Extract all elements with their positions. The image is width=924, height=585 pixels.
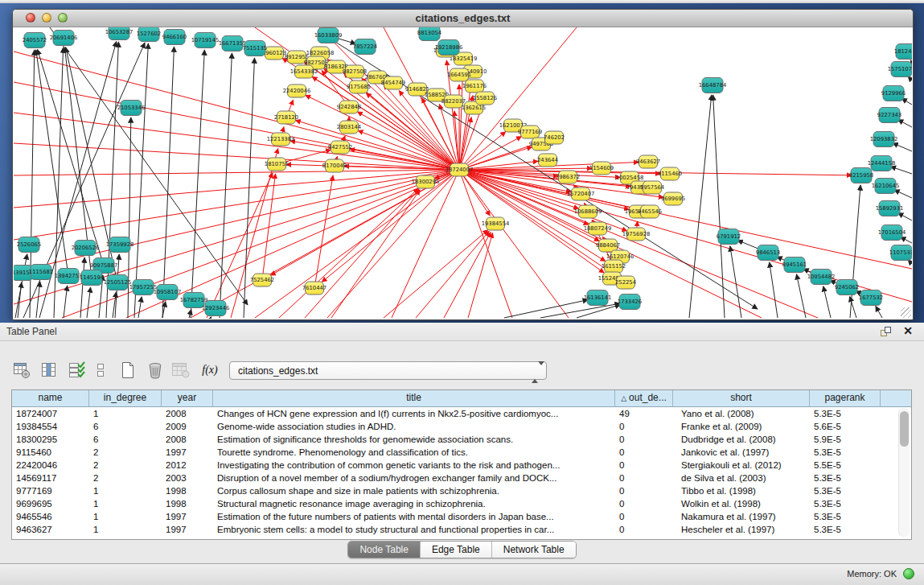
graph-node-yellow[interactable]: 9827508	[343, 65, 367, 78]
graph-node-teal[interactable]: 9466160	[162, 30, 187, 45]
column-header-title[interactable]: title	[213, 390, 615, 406]
window-titlebar[interactable]: citations_edges.txt	[13, 10, 913, 27]
graph-node-teal[interactable]: 9129966	[881, 86, 906, 101]
graph-node-yellow[interactable]: 1810755	[265, 158, 289, 171]
graph-node-yellow[interactable]: 8454749	[381, 76, 405, 89]
graph-node-teal[interactable]: 12923446	[202, 301, 230, 316]
table-row[interactable]: 946362711997Embryonic stem cells: a mode…	[12, 523, 911, 536]
column-header-out-degree[interactable]: △out_de...	[615, 390, 673, 406]
table-mode-icon[interactable]	[11, 360, 32, 381]
graph-node-teal[interactable]: 7857224	[353, 39, 377, 55]
graph-node-teal[interactable]: 12444158	[868, 156, 896, 171]
function-builder-icon[interactable]: f(x)	[199, 360, 220, 381]
graph-node-teal[interactable]: 1812463	[894, 44, 912, 60]
graph-node-yellow[interactable]: 12213383	[267, 133, 295, 146]
graph-node-teal[interactable]: 6791912	[717, 229, 741, 245]
graph-node-yellow[interactable]: 243644	[537, 154, 558, 167]
close-panel-icon[interactable]: ✕	[903, 324, 913, 337]
graph-node-yellow[interactable]: 9242848	[337, 101, 361, 113]
table-row[interactable]: 1456911722003Disruption of a novel membe…	[12, 472, 911, 484]
float-panel-icon[interactable]	[880, 326, 892, 338]
graph-node-teal[interactable]: 1107533	[889, 245, 912, 261]
graph-node-yellow[interactable]: 7525462	[250, 274, 274, 286]
graph-node-teal[interactable]: 15892931	[876, 201, 904, 216]
tab-network-table[interactable]: Network Table	[492, 542, 576, 558]
graph-node-yellow[interactable]: 2803144	[337, 121, 361, 134]
graph-node-teal[interactable]: 12505125	[104, 275, 132, 290]
graph-node-teal[interactable]: 10719145	[191, 33, 220, 48]
graph-node-teal[interactable]: 8945161	[782, 257, 807, 273]
table-row[interactable]: 946554611997Estimation of the future num…	[12, 510, 911, 523]
graph-node-teal[interactable]: 16210645	[872, 179, 900, 194]
table-row[interactable]: 1872400712008Changes of HCN gene express…	[12, 407, 911, 420]
graph-node-yellow[interactable]: 9115460	[658, 167, 682, 180]
table-row[interactable]: 1938455462009Genome-wide association stu…	[12, 420, 911, 433]
graph-node-yellow[interactable]: 19384554	[482, 217, 510, 230]
show-columns-icon[interactable]	[39, 360, 60, 381]
graph-node-teal[interactable]: 9245062	[835, 280, 859, 295]
graph-node-yellow[interactable]: 9699695	[661, 192, 685, 205]
graph-node-teal[interactable]: 10958107	[154, 285, 182, 300]
network-graph[interactable]: 1872400789601238912955182260589827503818…	[14, 27, 912, 319]
graph-node-teal[interactable]: 20691406	[50, 31, 78, 46]
graph-node-teal[interactable]: 8813054	[417, 27, 441, 41]
graph-node-yellow[interactable]: 1154609	[589, 162, 614, 175]
table-panel-header[interactable]: Table Panel ✕	[0, 323, 924, 341]
graph-node-yellow[interactable]: 1664591	[447, 68, 471, 81]
graph-node-yellow[interactable]: 9175685	[347, 80, 371, 93]
table-scrollbar-thumb[interactable]	[900, 411, 909, 447]
column-header-in-degree[interactable]: in_degree	[89, 390, 162, 406]
table-row[interactable]: 969969511998Structural magnetic resonanc…	[12, 497, 911, 510]
graph-node-yellow[interactable]: 252254	[615, 276, 636, 289]
graph-node-teal[interactable]: 10954482	[807, 270, 836, 285]
table-row[interactable]: 1830029562008Estimation of significance …	[12, 433, 911, 446]
column-header-pagerank[interactable]: pagerank	[810, 390, 881, 406]
graph-node-teal[interactable]: 9227343	[877, 108, 901, 123]
graph-node-yellow[interactable]: 8170049	[322, 159, 347, 172]
graph-node-teal[interactable]: 17016504	[878, 225, 906, 241]
graph-node-teal[interactable]: 7515135	[243, 41, 267, 56]
graph-node-teal[interactable]: 8215958	[849, 168, 873, 183]
graph-node-teal[interactable]: 1145194	[80, 270, 104, 286]
graph-node-yellow[interactable]: 9957564	[640, 181, 664, 194]
network-canvas[interactable]: 1872400789601238912955182260589827503818…	[14, 27, 912, 319]
table-row[interactable]: 977716911998Corpus callosum shape and si…	[12, 484, 911, 497]
graph-node-yellow[interactable]: 1558126	[473, 92, 497, 105]
graph-node-teal[interactable]: 2526065	[17, 237, 41, 253]
graph-node-yellow[interactable]: 2718120	[274, 111, 298, 124]
delete-table-icon[interactable]	[170, 360, 191, 381]
tab-node-table[interactable]: Node Table	[348, 542, 421, 558]
graph-node-yellow[interactable]: 7986372	[556, 171, 580, 183]
graph-node-teal[interactable]: 21053346	[117, 101, 146, 116]
table-row[interactable]: 2242004622012Investigating the contribut…	[12, 459, 911, 472]
graph-node-yellow[interactable]: 746202	[544, 131, 565, 144]
graph-node-teal[interactable]: 15751074	[888, 62, 912, 77]
graph-node-teal[interactable]: 16136141	[584, 290, 612, 306]
table-source-select[interactable]: citations_edges.txt	[229, 361, 547, 380]
resize-grip-icon[interactable]	[901, 307, 911, 318]
graph-node-teal[interactable]: 17359928	[106, 237, 134, 253]
graph-node-teal[interactable]: 20206526	[72, 241, 100, 256]
graph-node-yellow[interactable]: 9465546	[638, 205, 662, 218]
table-scrollbar[interactable]	[898, 408, 910, 537]
graph-node-teal[interactable]: 2405572	[23, 33, 47, 48]
graph-node-teal[interactable]: 12093832	[870, 132, 898, 147]
graph-node-yellow[interactable]: 7610447	[302, 282, 326, 295]
column-header-year[interactable]: year	[162, 390, 213, 406]
graph-node-yellow[interactable]: 10688609	[574, 205, 602, 218]
graph-node-teal[interactable]: 1733426	[618, 295, 642, 310]
network-view-window[interactable]: citations_edges.txt 18724007896012389129…	[12, 9, 914, 320]
deselect-rows-icon[interactable]	[90, 360, 111, 381]
graph-node-teal[interactable]: 13942757	[55, 269, 83, 284]
graph-node-teal[interactable]: 19218986	[435, 40, 463, 56]
select-all-rows-icon[interactable]	[66, 360, 87, 381]
graph-node-yellow[interactable]: 1961176	[462, 80, 487, 93]
graph-node-yellow[interactable]: 9777169	[518, 126, 542, 138]
graph-node-yellow[interactable]: 9463627	[636, 155, 660, 168]
graph-node-yellow[interactable]: 8427552	[328, 141, 352, 154]
graph-node-teal[interactable]: 16648784	[699, 78, 727, 93]
graph-node-teal[interactable]: 1677532	[859, 290, 883, 306]
graph-node-teal[interactable]: 16033809	[314, 28, 343, 43]
column-header-short[interactable]: short	[673, 390, 810, 406]
graph-node-yellow[interactable]: 1615152	[602, 260, 626, 273]
